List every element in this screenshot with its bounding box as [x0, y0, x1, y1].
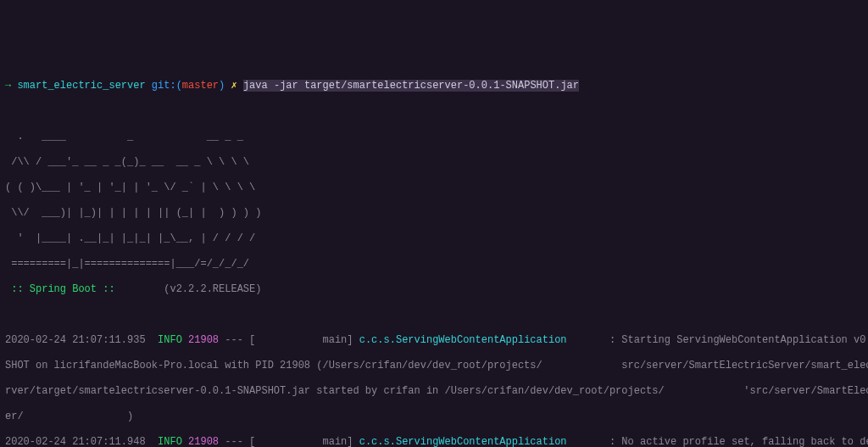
spring-boot-tag: :: Spring Boot :: — [5, 283, 121, 295]
blank-line — [5, 105, 863, 118]
log-message: : No active profile set, falling back to… — [604, 436, 868, 447]
spring-ascii: =========|_|==============|___/=/_/_/_/ — [5, 258, 863, 271]
git-close: ) — [219, 80, 231, 92]
log-timestamp: 2020-02-24 21:07:11.935 — [5, 334, 146, 346]
prompt-dir: smart_electric_server — [17, 80, 145, 92]
log-logger: c.c.s.ServingWebContentApplication — [359, 334, 604, 346]
log-continuation: SHOT on licrifandeMacBook-Pro.local with… — [5, 360, 863, 372]
log-continuation: er/ ) — [5, 411, 863, 423]
git-branch: master — [182, 80, 219, 92]
spring-ascii: ( ( )\___ | '_ | '_| | '_ \/ _` | \ \ \ … — [5, 182, 863, 194]
log-line: 2020-02-24 21:07:11.948 INFO 21908 --- [… — [5, 436, 863, 447]
dirty-x-icon: ✗ — [231, 80, 242, 92]
prompt-line: → smart_electric_server git:(master) ✗ j… — [5, 80, 863, 92]
log-line: 2020-02-24 21:07:11.935 INFO 21908 --- [… — [5, 334, 863, 347]
git-open: git:( — [146, 80, 182, 92]
spring-boot-version: (v2.2.2.RELEASE) — [121, 283, 262, 295]
log-sep: --- [ — [219, 436, 255, 447]
spring-ascii: . ____ _ __ _ _ — [5, 131, 863, 143]
spring-ascii: ' |____| .__|_| |_|_| |_\__, | / / / / — [5, 232, 863, 245]
prompt-arrow: → — [5, 80, 17, 92]
spring-banner: :: Spring Boot :: (v2.2.2.RELEASE) — [5, 283, 863, 296]
log-level: INFO — [158, 334, 182, 346]
spring-ascii: /\\ / ___'_ __ _ _(_)_ __ __ _ \ \ \ \ — [5, 156, 863, 169]
log-sep: --- [ — [219, 334, 255, 346]
log-level: INFO — [158, 436, 182, 447]
log-pid: 21908 — [188, 436, 219, 447]
spring-ascii: \\/ ___)| |_)| | | | | || (_| | ) ) ) ) — [5, 207, 863, 220]
log-thread: main] — [255, 436, 359, 447]
command-text-highlight[interactable]: java -jar target/smartelectricserver-0.0… — [243, 80, 579, 92]
log-continuation: rver/target/smartelectricserver-0.0.1-SN… — [5, 385, 863, 398]
log-message: : Starting ServingWebContentApplication … — [604, 334, 868, 346]
log-logger: c.c.s.ServingWebContentApplication — [359, 436, 604, 447]
log-thread: main] — [255, 334, 359, 346]
terminal-output[interactable]: → smart_electric_server git:(master) ✗ j… — [0, 64, 868, 447]
log-timestamp: 2020-02-24 21:07:11.948 — [5, 436, 146, 447]
log-pid: 21908 — [188, 334, 219, 346]
blank-line — [5, 309, 863, 321]
